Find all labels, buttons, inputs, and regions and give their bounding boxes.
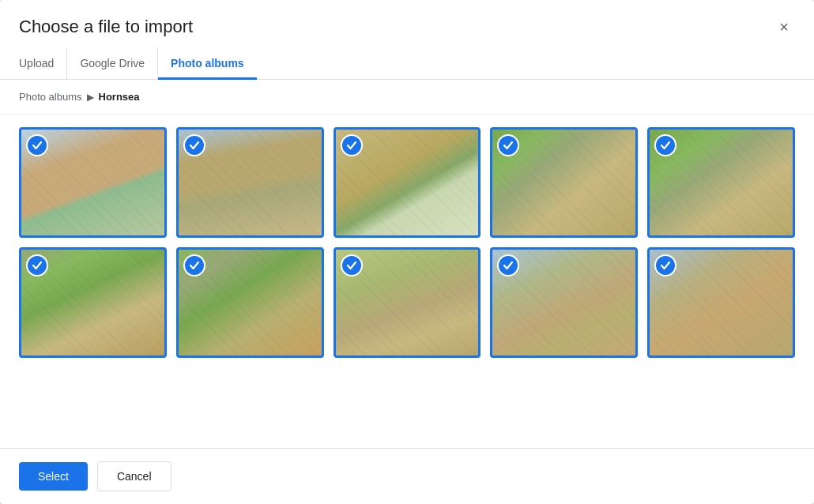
- selection-check-3: [341, 134, 363, 156]
- tabs-bar: Upload Google Drive Photo albums: [0, 47, 814, 80]
- photo-item[interactable]: [334, 247, 481, 358]
- breadcrumb: Photo albums ▶ Hornsea: [0, 80, 814, 115]
- close-button[interactable]: ×: [773, 16, 795, 38]
- photo-item[interactable]: [19, 247, 167, 358]
- selection-check-5: [654, 134, 676, 156]
- selection-check-1: [26, 134, 48, 156]
- photo-item[interactable]: [647, 127, 795, 238]
- breadcrumb-arrow-icon: ▶: [87, 92, 94, 103]
- tab-photo-albums[interactable]: Photo albums: [158, 47, 257, 79]
- dialog-footer: Select Cancel: [0, 448, 814, 504]
- dialog-title: Choose a file to import: [19, 17, 193, 37]
- dialog-header: Choose a file to import ×: [0, 0, 814, 38]
- selection-check-8: [341, 254, 363, 276]
- cancel-button[interactable]: Cancel: [97, 461, 171, 491]
- photo-item[interactable]: [176, 247, 324, 358]
- photo-item[interactable]: [19, 127, 167, 238]
- selection-check-4: [497, 134, 519, 156]
- tab-upload[interactable]: Upload: [19, 47, 67, 79]
- photo-item[interactable]: [176, 127, 324, 238]
- selection-check-10: [654, 254, 676, 276]
- breadcrumb-current: Hornsea: [99, 91, 140, 103]
- photo-item[interactable]: [490, 127, 638, 238]
- selection-check-2: [183, 134, 205, 156]
- selection-check-7: [183, 254, 205, 276]
- photo-item[interactable]: [334, 127, 481, 238]
- tab-google-drive[interactable]: Google Drive: [67, 47, 158, 79]
- photo-grid: [19, 127, 795, 358]
- content-area: [0, 115, 814, 448]
- breadcrumb-parent[interactable]: Photo albums: [19, 91, 82, 103]
- selection-check-6: [26, 254, 48, 276]
- import-dialog: Choose a file to import × Upload Google …: [0, 0, 814, 504]
- photo-item[interactable]: [647, 247, 795, 358]
- select-button[interactable]: Select: [19, 462, 88, 491]
- photo-item[interactable]: [490, 247, 638, 358]
- selection-check-9: [497, 254, 519, 276]
